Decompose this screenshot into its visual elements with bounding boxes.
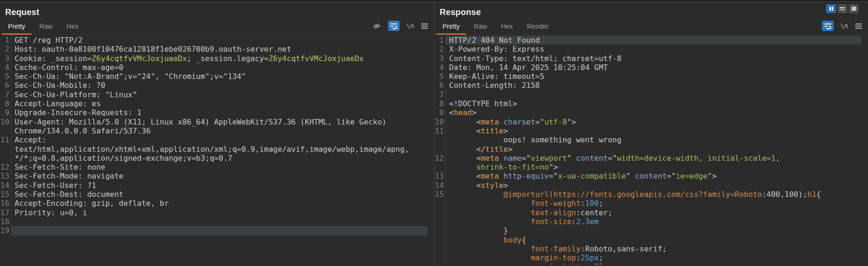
code-line[interactable]: oops! something went wrong [434, 135, 868, 144]
code-line[interactable]: 10User-Agent: Mozilla/5.0 (X11; Linux x8… [0, 117, 434, 126]
code-line[interactable]: shrink-to-fit=no"> [434, 163, 868, 172]
code-line-text: margin-bottom:25px; [446, 262, 861, 265]
code-line[interactable]: body{ [434, 235, 868, 244]
token: "> [707, 172, 716, 180]
response-tab-icons: \n [822, 21, 862, 34]
code-line[interactable]: 15 @importurl(https://fonts.googleapis.c… [434, 190, 868, 199]
token: http-equiv [504, 172, 549, 180]
newline-toggle-icon[interactable]: \n [840, 22, 848, 30]
line-number: 13 [0, 172, 11, 180]
hide-non-printable-icon[interactable] [372, 22, 381, 30]
code-line[interactable]: 15Sec-Fetch-Dest: document [0, 190, 434, 199]
code-line[interactable]: Chrome/134.0.0.0 Safari/537.36 [0, 126, 434, 135]
tab-render[interactable]: Render [521, 19, 555, 34]
code-line-text: @importurl(https://fonts.googleapis.com/… [446, 190, 861, 199]
code-line[interactable]: 14Sec-Fetch-User: ?1 [0, 181, 434, 190]
tab-pretty[interactable]: Pretty [436, 19, 466, 34]
code-line[interactable]: 5Keep-Alive: timeout=5 [434, 72, 868, 81]
layout-columns-button[interactable] [826, 4, 836, 13]
tab-raw[interactable]: Raw [33, 19, 59, 34]
soft-wrap-icon[interactable] [822, 21, 834, 31]
token: */*;q=0.8,application/signed-exchange;v=… [15, 154, 232, 163]
line-number: 3 [434, 54, 446, 63]
token: 25px [594, 262, 612, 265]
code-line[interactable]: 13 <meta http-equiv="x-ua-compatible" co… [434, 172, 868, 180]
token [499, 172, 504, 180]
token: : [571, 217, 576, 226]
code-line[interactable]: 7Sec-Ch-Ua-Platform: "Linux" [0, 90, 434, 99]
code-line[interactable]: 19 [0, 226, 434, 235]
request-editor[interactable]: 1GET /reg HTTP/22Host: oauth-0a8100f1047… [0, 35, 434, 265]
tab-raw[interactable]: Raw [468, 19, 493, 34]
code-line[interactable]: 1HTTP/2 404 Not Found [434, 36, 868, 45]
code-line[interactable]: 12 <meta name="viewport" content="width=… [434, 154, 868, 163]
layout-single-button[interactable] [849, 4, 859, 13]
code-line[interactable]: 8Accept-Language: es [0, 99, 434, 108]
code-line[interactable]: 18 [0, 217, 434, 226]
line-number: 14 [434, 181, 446, 190]
code-line[interactable]: 3Content-Type: text/html; charset=utf-8 [434, 54, 868, 63]
line-number [434, 253, 446, 262]
token: 25px [580, 253, 599, 262]
tab-hex[interactable]: Hex [61, 19, 85, 34]
code-line[interactable]: */*;q=0.8,application/signed-exchange;v=… [0, 154, 434, 163]
panel-menu-icon[interactable] [421, 23, 428, 29]
code-line[interactable]: 17Priority: u=0, i [0, 208, 434, 217]
code-line[interactable]: 1GET /reg HTTP/2 [0, 36, 434, 45]
code-line-text: X-Powered-By: Express [446, 45, 861, 54]
token: ; [599, 253, 603, 262]
code-line[interactable]: 7 [434, 90, 868, 99]
panel-menu-icon[interactable] [855, 23, 862, 29]
code-line[interactable]: 16Accept-Encoding: gzip, deflate, br [0, 199, 434, 208]
tab-hex[interactable]: Hex [495, 19, 519, 34]
soft-wrap-icon[interactable] [388, 21, 400, 31]
response-editor[interactable]: 1HTTP/2 404 Not Found2X-Powered-By: Expr… [434, 35, 868, 265]
code-line-text: Sec-Fetch-Mode: navigate [11, 172, 427, 180]
code-line[interactable]: 13Sec-Fetch-Mode: navigate [0, 172, 434, 180]
token: content [635, 172, 667, 180]
newline-toggle-icon[interactable]: \n [406, 22, 414, 30]
code-line-text: text/html,application/xhtml+xml,applicat… [11, 145, 427, 154]
code-line[interactable]: 2X-Powered-By: Express [434, 45, 868, 54]
code-line[interactable]: 10 <meta charset="utf-8"> [434, 117, 868, 126]
code-line[interactable]: 11Accept: [0, 135, 434, 144]
code-line-text: } [446, 226, 861, 235]
token: name [504, 154, 522, 163]
code-line[interactable]: </title> [434, 145, 868, 154]
code-line[interactable]: 9Upgrade-Insecure-Requests: 1 [0, 108, 434, 117]
line-number: 4 [434, 63, 446, 72]
token: : [580, 199, 585, 208]
code-line-text: Sec-Fetch-Dest: document [11, 190, 427, 199]
token: font-family [530, 244, 580, 253]
code-line[interactable]: 3Cookie: _session=Z6y4cqtfvVMcJoxjuaeDx;… [0, 54, 434, 63]
response-panel-title: Response [434, 2, 868, 18]
code-line[interactable]: 5Sec-Ch-Ua: "Not:A-Brand";v="24", "Chrom… [0, 72, 434, 81]
code-line[interactable]: 9<head> [434, 108, 868, 117]
code-line[interactable]: text/html,application/xhtml+xml,applicat… [0, 145, 434, 154]
token: :400,100) [762, 190, 803, 199]
code-line[interactable]: 14 <style> [434, 181, 868, 190]
token: : [580, 244, 585, 253]
code-line[interactable]: 8<!DOCTYPE html> [434, 99, 868, 108]
code-line[interactable]: font-size:2.3em [434, 217, 868, 226]
code-line[interactable]: text-align:center; [434, 208, 868, 217]
code-line[interactable]: 6Content-Length: 2158 [434, 81, 868, 90]
token: Content-Type: text/html; charset=utf-8 [449, 54, 621, 63]
code-line[interactable]: font-family:Roboto,sans-serif; [434, 244, 868, 253]
code-line[interactable]: margin-bottom:25px; [434, 262, 868, 265]
line-number: 10 [434, 117, 446, 126]
layout-rows-button[interactable] [837, 4, 847, 13]
code-line[interactable]: 2Host: oauth-0a8100f10476ca12818f1ebe026… [0, 45, 434, 54]
code-line[interactable]: 12Sec-Fetch-Site: none [0, 163, 434, 172]
token: "> [567, 117, 576, 126]
token: =" [667, 172, 675, 180]
code-line[interactable]: 11 <title> [434, 126, 868, 135]
code-line[interactable]: 4Cache-Control: max-age=0 [0, 63, 434, 72]
code-line[interactable]: font-weight:100; [434, 199, 868, 208]
code-line[interactable]: 6Sec-Ch-Ua-Mobile: ?0 [0, 81, 434, 90]
tab-pretty[interactable]: Pretty [2, 19, 32, 34]
code-line[interactable]: 4Date: Mon, 14 Apr 2025 10:25:04 GMT [434, 63, 868, 72]
code-line[interactable]: } [434, 226, 868, 235]
token: 2.3em [576, 217, 599, 226]
code-line[interactable]: margin-top:25px; [434, 253, 868, 262]
